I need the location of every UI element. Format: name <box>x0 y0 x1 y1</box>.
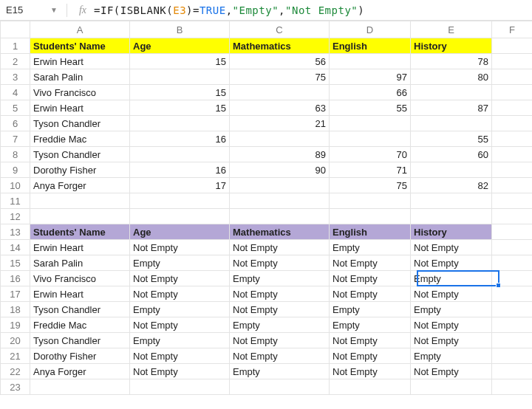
row-header-4[interactable]: 4 <box>1 85 30 100</box>
row-header-21[interactable]: 21 <box>1 348 30 364</box>
cell[interactable]: Not Empty <box>330 271 411 286</box>
cell[interactable]: Not Empty <box>130 348 230 364</box>
cell[interactable]: Erwin Heart <box>30 286 130 302</box>
col-header-C[interactable]: C <box>230 21 330 38</box>
header-cell[interactable]: English <box>330 224 411 240</box>
header-cell[interactable]: Mathematics <box>230 38 330 54</box>
cell[interactable] <box>411 162 492 178</box>
cell[interactable] <box>492 116 533 131</box>
cell[interactable]: Erwin Heart <box>30 240 130 255</box>
cell[interactable]: Dorothy Fisher <box>30 162 130 178</box>
cell[interactable] <box>492 162 533 178</box>
cell[interactable]: Tyson Chandler <box>30 302 130 317</box>
cell[interactable] <box>411 379 492 395</box>
header-cell[interactable]: Students' Name <box>30 38 130 54</box>
row-header-14[interactable]: 14 <box>1 240 30 255</box>
cell[interactable]: 75 <box>330 178 411 193</box>
cell[interactable] <box>411 193 492 209</box>
cell[interactable]: Sarah Palin <box>30 255 130 271</box>
col-header-E[interactable]: E <box>411 21 492 38</box>
col-header-F[interactable]: F <box>492 21 533 38</box>
cell[interactable]: Not Empty <box>330 364 411 379</box>
cell[interactable]: Not Empty <box>411 317 492 333</box>
cell[interactable]: Freddie Mac <box>30 131 130 147</box>
cell[interactable]: 17 <box>130 178 230 193</box>
cell[interactable] <box>330 209 411 224</box>
cell[interactable] <box>230 131 330 147</box>
cell[interactable]: 21 <box>230 116 330 131</box>
row-header-9[interactable]: 9 <box>1 162 30 178</box>
cell[interactable]: Not Empty <box>330 348 411 364</box>
cell[interactable] <box>492 193 533 209</box>
cell[interactable] <box>492 364 533 379</box>
cell[interactable] <box>330 131 411 147</box>
cell[interactable]: 70 <box>330 147 411 162</box>
cell[interactable]: Erwin Heart <box>30 54 130 69</box>
cell[interactable]: Not Empty <box>330 255 411 271</box>
cell[interactable] <box>130 69 230 85</box>
cell[interactable]: 16 <box>130 131 230 147</box>
row-header-23[interactable]: 23 <box>1 379 30 395</box>
cell[interactable] <box>492 147 533 162</box>
cell[interactable] <box>411 209 492 224</box>
cell[interactable] <box>492 209 533 224</box>
cell[interactable]: Not Empty <box>230 255 330 271</box>
cell[interactable]: 80 <box>411 69 492 85</box>
cell[interactable]: 16 <box>130 162 230 178</box>
cell[interactable]: 63 <box>230 100 330 116</box>
cell[interactable]: Not Empty <box>130 271 230 286</box>
cell[interactable]: 75 <box>230 69 330 85</box>
cell[interactable]: Not Empty <box>411 255 492 271</box>
cell[interactable]: 55 <box>411 131 492 147</box>
header-cell[interactable]: Age <box>130 38 230 54</box>
cell[interactable] <box>492 286 533 302</box>
header-cell[interactable]: History <box>411 224 492 240</box>
row-header-11[interactable]: 11 <box>1 193 30 209</box>
cell[interactable] <box>492 333 533 348</box>
row-header-18[interactable]: 18 <box>1 302 30 317</box>
cell[interactable]: Anya Forger <box>30 364 130 379</box>
cell[interactable]: Sarah Palin <box>30 69 130 85</box>
header-cell[interactable]: Mathematics <box>230 224 330 240</box>
cell[interactable]: 56 <box>230 54 330 69</box>
spreadsheet-grid[interactable]: ABCDEF1Students' NameAgeMathematicsEngli… <box>0 21 532 395</box>
cell[interactable] <box>230 85 330 100</box>
cell[interactable]: Vivo Francisco <box>30 85 130 100</box>
header-cell[interactable]: Students' Name <box>30 224 130 240</box>
formula-input[interactable]: =IF(ISBLANK(E3)=TRUE,"Empty","Not Empty"… <box>94 4 364 16</box>
row-header-6[interactable]: 6 <box>1 116 30 131</box>
cell[interactable] <box>492 69 533 85</box>
cell[interactable] <box>492 38 533 54</box>
header-cell[interactable]: History <box>411 38 492 54</box>
row-header-8[interactable]: 8 <box>1 147 30 162</box>
cell[interactable]: Empty <box>330 302 411 317</box>
cell[interactable]: Not Empty <box>330 333 411 348</box>
cell[interactable] <box>330 379 411 395</box>
col-header-A[interactable]: A <box>30 21 130 38</box>
cell[interactable] <box>411 116 492 131</box>
cell[interactable]: Empty <box>411 271 492 286</box>
cell[interactable]: Tyson Chandler <box>30 333 130 348</box>
cell[interactable] <box>492 317 533 333</box>
row-header-22[interactable]: 22 <box>1 364 30 379</box>
row-header-17[interactable]: 17 <box>1 286 30 302</box>
name-box[interactable] <box>3 3 46 17</box>
cell[interactable]: Tyson Chandler <box>30 147 130 162</box>
cell[interactable]: Not Empty <box>411 364 492 379</box>
cell[interactable]: Empty <box>330 317 411 333</box>
cell[interactable] <box>130 193 230 209</box>
cell[interactable]: Empty <box>411 348 492 364</box>
cell[interactable]: Not Empty <box>130 364 230 379</box>
cell[interactable] <box>492 379 533 395</box>
cell[interactable]: 15 <box>130 54 230 69</box>
cell[interactable] <box>230 379 330 395</box>
cell[interactable] <box>411 85 492 100</box>
cell[interactable]: Not Empty <box>230 286 330 302</box>
cell[interactable]: Tyson Chandler <box>30 116 130 131</box>
cell[interactable] <box>330 116 411 131</box>
row-header-20[interactable]: 20 <box>1 333 30 348</box>
cell[interactable] <box>330 54 411 69</box>
cell[interactable] <box>492 302 533 317</box>
header-cell[interactable]: Age <box>130 224 230 240</box>
row-header-16[interactable]: 16 <box>1 271 30 286</box>
